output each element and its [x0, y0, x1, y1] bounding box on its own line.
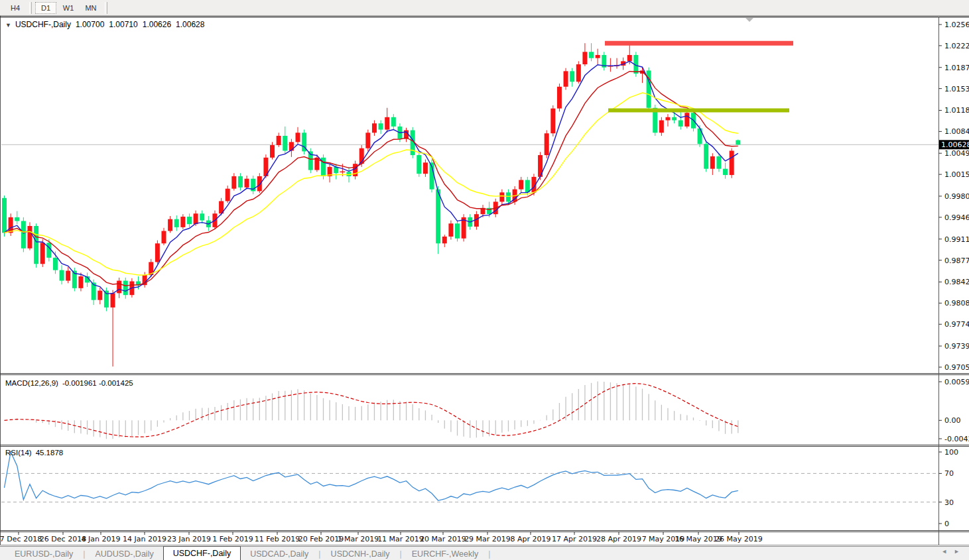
scroll-right-icon[interactable]: ► — [954, 548, 966, 555]
candle-body — [231, 176, 236, 189]
candle-body — [238, 176, 243, 188]
price-tick-label: 1.00490 — [944, 149, 969, 158]
tab-scroll-nav: ◄► — [941, 548, 966, 555]
date-tick-label: 14 Jan 2019 — [123, 535, 166, 543]
candle-body — [391, 117, 396, 127]
candle-body — [53, 258, 58, 270]
price-tick-label: 1.00840 — [944, 127, 969, 136]
rsi-title: RSI(14) — [5, 449, 32, 457]
date-tick-label: 17 Apr 2019 — [552, 535, 597, 543]
candle-body — [684, 113, 689, 127]
price-chart-canvas[interactable]: 1.025601.022201.018701.015301.011801.008… — [0, 0, 969, 560]
candle-body — [730, 150, 734, 175]
price-tick-label: 0.98420 — [944, 278, 969, 286]
price-tick-label: 0.99110 — [944, 235, 969, 244]
rsi-axis-label: 70 — [944, 469, 954, 478]
candle-body — [564, 71, 568, 86]
candle-body — [21, 221, 26, 249]
rsi-value: 45.1878 — [36, 449, 64, 457]
candle-body — [187, 217, 192, 224]
candle-body — [46, 243, 51, 258]
candle-body — [27, 226, 32, 249]
price-tick-label: 1.01530 — [944, 85, 969, 93]
chart-title: ▼USDCHF-,Daily1.007001.007101.006261.006… — [5, 20, 204, 29]
chart-tab-usdcad-daily[interactable]: USDCAD-,Daily — [241, 548, 318, 560]
price-tick-label: 0.99460 — [944, 213, 969, 222]
candle-body — [168, 219, 172, 231]
candle-body — [455, 223, 460, 239]
candle-body — [589, 52, 594, 58]
candle-body — [723, 169, 728, 175]
candle-body — [277, 136, 281, 145]
candle-body — [423, 162, 428, 174]
candle-body — [448, 223, 453, 237]
doji-dash — [340, 172, 345, 173]
scroll-left-icon[interactable]: ◄ — [941, 548, 954, 555]
current-price-label: 1.00628 — [941, 140, 969, 149]
date-tick-label: 1 Mar 2019 — [338, 535, 379, 543]
price-tick-label: 0.97050 — [944, 363, 969, 372]
price-tick-label: 0.97390 — [944, 342, 969, 351]
candle-body — [716, 156, 721, 169]
date-tick-label: 8 Apr 2019 — [510, 535, 550, 543]
price-tick-label: 0.98770 — [944, 256, 969, 265]
date-tick-label: 26 May 2019 — [715, 535, 763, 543]
chart-tab-bar: EURUSD-,Daily|AUDUSD-,DailyUSDCHF-,Daily… — [0, 546, 969, 560]
tab-separator: | — [487, 549, 491, 559]
candle-body — [379, 123, 383, 129]
candle-body — [557, 87, 562, 109]
candle-body — [545, 133, 549, 155]
symbol-dropdown-icon[interactable]: ▼ — [5, 22, 11, 28]
candle-body — [570, 71, 574, 82]
candle-body — [194, 213, 198, 224]
price-tick-label: 1.02560 — [944, 21, 969, 29]
candle-body — [66, 271, 70, 281]
candle-body — [436, 190, 440, 244]
mt4-chart-window: H4D1W1MN 1.025601.022201.018701.015301.0… — [0, 0, 969, 560]
chart-tab-audusd-daily[interactable]: AUDUSD-,Daily — [86, 548, 162, 560]
candle-body — [550, 109, 555, 134]
candle-body — [78, 276, 83, 288]
date-tick-label: 28 Apr 2019 — [596, 535, 641, 543]
rsi-axis-label: 0 — [944, 520, 949, 528]
candle-body — [710, 156, 715, 169]
ohlc-close: 1.00628 — [176, 20, 204, 29]
chart-tab-eurusd-daily[interactable]: EURUSD-,Daily — [5, 548, 82, 560]
chart-tab-eurchf-weekly[interactable]: EURCHF-,Weekly — [403, 548, 487, 560]
price-tick-label: 0.97740 — [944, 320, 969, 329]
candle-body — [442, 237, 447, 243]
date-tick-label: 1 Feb 2019 — [212, 535, 253, 543]
candle-body — [200, 213, 204, 220]
chart-tab-usdchf-daily[interactable]: USDCHF-,Daily — [163, 546, 241, 560]
candle-body — [117, 281, 121, 294]
rsi-axis-label: 100 — [944, 448, 958, 457]
rsi-indicator-label: RSI(14)45.1878 — [5, 449, 63, 457]
macd-title: MACD(12,26,9) — [5, 379, 58, 387]
candle-body — [385, 117, 389, 130]
candle-body — [372, 123, 377, 133]
macd-values: -0.001961 -0.001425 — [62, 379, 133, 387]
candle-body — [226, 189, 230, 201]
date-tick-label: 4 Jan 2019 — [82, 535, 121, 543]
candle-body — [123, 281, 128, 296]
candle-body — [155, 243, 160, 262]
candle-body — [270, 145, 275, 158]
candle-body — [736, 140, 740, 145]
candle-body — [2, 198, 7, 233]
candle-body — [417, 155, 421, 174]
date-tick-label: 26 Dec 2018 — [40, 535, 86, 543]
candle-body — [257, 176, 262, 192]
chart-tab-usdcnh-daily[interactable]: USDCNH-,Daily — [322, 548, 399, 560]
macd-indicator-label: MACD(12,26,9)-0.001961 -0.001425 — [5, 379, 133, 387]
price-tick-label: 1.01180 — [944, 106, 969, 115]
candle-body — [296, 133, 300, 142]
macd-axis-label: -0.004243 — [944, 435, 969, 443]
date-tick-label: 29 Mar 2019 — [464, 535, 511, 543]
candle-body — [174, 219, 179, 227]
rsi-axis-label: 30 — [944, 498, 954, 507]
macd-axis-label: 0.00 — [944, 416, 961, 425]
candle-body — [672, 117, 677, 121]
date-tick-label: 17 Dec 2018 — [0, 535, 42, 543]
candle-body — [15, 217, 19, 221]
chart-symbol-label: USDCHF-,Daily — [15, 20, 71, 29]
